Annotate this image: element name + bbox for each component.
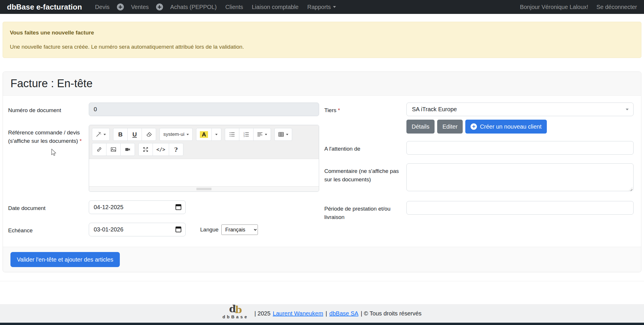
code-view-icon[interactable]: </> — [153, 143, 169, 156]
nav-item-rapports[interactable]: Rapports — [303, 4, 340, 10]
langue-label: Langue — [200, 227, 218, 233]
color-a-glyph: A — [200, 131, 208, 138]
langue-select[interactable]: Français — [221, 224, 258, 235]
nav-item-devis[interactable]: Devis — [91, 4, 114, 10]
mouse-cursor — [50, 148, 58, 157]
fullscreen-icon[interactable] — [138, 143, 153, 156]
numero-input[interactable] — [89, 103, 319, 116]
numero-label: Numéro de document — [8, 103, 89, 116]
echeance-row: Echéance Langue Français — [8, 223, 324, 236]
echeance-input[interactable] — [89, 223, 186, 236]
chevron-down-icon — [104, 134, 106, 135]
periode-label: Période de prestation et/ou livraison — [324, 201, 406, 222]
editor-toolbar: B U system-ui — [89, 125, 319, 159]
calendar-icon[interactable] — [176, 227, 181, 232]
chevron-down-icon — [626, 109, 629, 110]
bold-icon[interactable]: B — [113, 128, 128, 141]
periode-row: Période de prestation et/ou livraison — [324, 201, 634, 222]
underline-glyph: U — [132, 131, 137, 138]
edit-button[interactable]: Editer — [437, 120, 463, 134]
card-footer: Valider l'en-tête et ajouter des article… — [3, 247, 641, 272]
logout-link[interactable]: Se déconnecter — [596, 4, 637, 10]
editor-editable-area[interactable] — [89, 159, 319, 186]
commentaire-textarea[interactable] — [406, 163, 634, 191]
card-body: Numéro de document Référence commande / … — [3, 96, 641, 247]
bold-glyph: B — [118, 131, 122, 138]
periode-input[interactable] — [406, 201, 634, 215]
create-client-button[interactable]: + Créer un nouveau client — [465, 120, 547, 134]
nav-item-liaison-comptable[interactable]: Liaison comptable — [247, 4, 303, 10]
unordered-list-icon[interactable] — [225, 128, 239, 141]
help-icon[interactable]: ? — [169, 143, 183, 156]
code-glyph: </> — [156, 147, 165, 152]
card-header: Facture : En-tête — [3, 72, 641, 96]
date-document-label: Date document — [8, 200, 89, 214]
paragraph-align-icon[interactable] — [253, 128, 271, 141]
date-document-row: Date document — [8, 200, 324, 214]
nav-item-ventes[interactable]: Ventes — [127, 4, 153, 10]
commentaire-label: Commentaire (ne s'affiche pas sur les do… — [324, 163, 406, 192]
required-asterisk: * — [338, 107, 340, 113]
nav-item-clients[interactable]: Clients — [221, 4, 247, 10]
create-client-label: Créer un nouveau client — [480, 123, 541, 130]
alert-title: Vous faites une nouvelle facture — [10, 30, 634, 36]
tiers-select[interactable]: SA iTrack Europe — [406, 103, 634, 116]
author-link[interactable]: Laurent Waneukem — [273, 310, 323, 317]
plus-circle-icon: + — [471, 123, 477, 130]
magic-style-icon[interactable] — [92, 128, 110, 141]
tiers-label-text: Tiers — [324, 107, 337, 113]
top-navbar: dbBase e-facturation Devis Ventes Achats… — [0, 0, 644, 14]
brand-logo[interactable]: dbBase e-facturation — [7, 3, 82, 12]
chevron-down-icon — [265, 134, 267, 135]
video-icon[interactable] — [120, 143, 135, 156]
ordered-list-icon[interactable]: 123 — [239, 128, 254, 141]
rapports-label: Rapports — [307, 4, 331, 10]
richtext-editor: B U system-ui — [89, 125, 319, 192]
page-title: Facture : En-tête — [10, 77, 634, 90]
tiers-selected-value: SA iTrack Europe — [412, 106, 457, 113]
help-glyph: ? — [174, 146, 178, 153]
picture-icon[interactable] — [106, 143, 121, 156]
invoice-header-card: Facture : En-tête Numéro de document Réf… — [3, 72, 641, 272]
company-link[interactable]: dbBase SA — [329, 310, 358, 317]
attention-input[interactable] — [406, 141, 634, 155]
user-greeting: Bonjour Véronique Laloux! — [520, 4, 588, 10]
text-color-icon[interactable]: A — [196, 128, 212, 141]
nav-menu: Devis Ventes Achats (PEPPOL) Clients Lia… — [91, 3, 520, 10]
font-name-label: system-ui — [163, 132, 184, 137]
form-right-column: Tiers * SA iTrack Europe Détails Editer … — [324, 103, 634, 236]
text-color-dropdown[interactable] — [211, 128, 221, 141]
reference-label: Référence commande / devis (s'affiche su… — [8, 125, 89, 192]
tiers-label: Tiers * — [324, 103, 406, 134]
nav-right: Bonjour Véronique Laloux! Se déconnecter — [520, 4, 637, 10]
required-asterisk: * — [79, 138, 82, 144]
calendar-icon[interactable] — [176, 204, 181, 210]
eraser-icon[interactable] — [142, 128, 156, 141]
link-icon[interactable] — [92, 143, 106, 156]
commentaire-row: Commentaire (ne s'affiche pas sur les do… — [324, 163, 634, 192]
reference-label-text: Référence commande / devis (s'affiche su… — [8, 129, 80, 144]
date-document-input[interactable] — [89, 200, 186, 214]
new-devis-plus-icon[interactable] — [117, 3, 124, 10]
chevron-down-icon — [333, 6, 336, 8]
site-footer: db dbBase | 2025 Laurent Waneukem | dbBa… — [0, 304, 644, 323]
underline-icon[interactable]: U — [127, 128, 142, 141]
resize-grip-icon — [196, 188, 211, 190]
echeance-label: Echéance — [8, 223, 89, 236]
editor-resize-bar[interactable] — [89, 186, 319, 191]
footer-rights: | © Tous droits réservés — [361, 310, 422, 317]
chevron-down-icon — [187, 134, 189, 135]
font-family-dropdown[interactable]: system-ui — [160, 128, 193, 141]
tiers-actions: Détails Editer + Créer un nouveau client — [406, 120, 634, 134]
footer-copyright: | 2025 Laurent Waneukem | dbBase SA | © … — [254, 310, 422, 317]
alert-message: Une nouvelle facture sera créée. Le numé… — [10, 44, 634, 50]
nav-item-achats[interactable]: Achats (PEPPOL) — [166, 4, 221, 10]
divider — [0, 281, 644, 281]
form-left-column: Numéro de document Référence commande / … — [8, 103, 324, 236]
details-button[interactable]: Détails — [406, 120, 435, 134]
dbbase-logo: db dbBase — [222, 304, 249, 319]
validate-header-button[interactable]: Valider l'en-tête et ajouter des article… — [10, 252, 120, 267]
new-vente-plus-icon[interactable] — [156, 3, 163, 10]
reference-row: Référence commande / devis (s'affiche su… — [8, 125, 324, 192]
table-icon[interactable] — [274, 128, 292, 141]
